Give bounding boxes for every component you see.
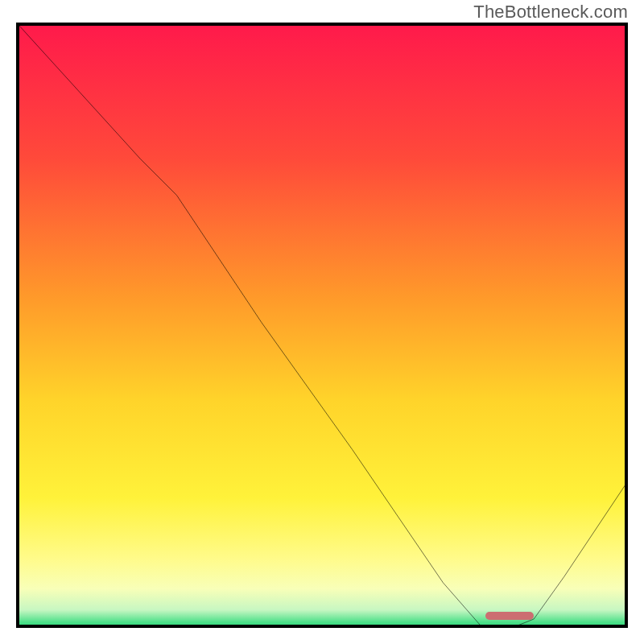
chart-stage: TheBottleneck.com: [0, 0, 644, 644]
bottleneck-curve: [19, 26, 625, 628]
optimal-range-marker: [485, 612, 534, 620]
plot-area: [16, 23, 628, 628]
watermark-text: TheBottleneck.com: [473, 2, 628, 23]
